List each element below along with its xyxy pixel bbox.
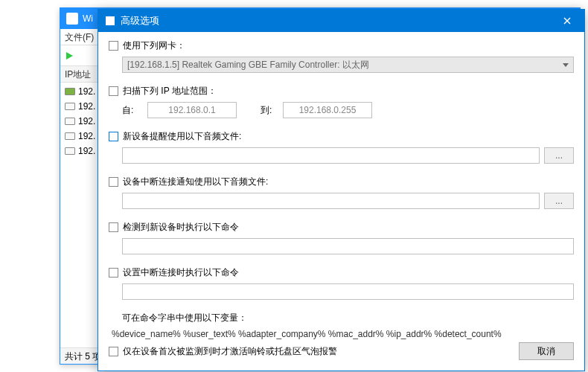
app-icon [66,13,78,25]
browse-button[interactable]: ... [544,193,574,209]
disconnect-cmd-input[interactable] [122,283,574,300]
device-icon [65,118,75,125]
disconnect-audio-label: 设备中断连接通知使用以下音频文件: [123,176,268,188]
disconnect-cmd-checkbox[interactable] [109,268,118,278]
play-icon[interactable] [66,52,73,60]
chevron-down-icon [563,63,569,67]
dialog-icon [106,16,115,25]
browse-button[interactable]: ... [544,147,574,164]
dialog-body: 使用下列网卡： [192.168.1.5] Realtek Gaming GBE… [98,32,584,371]
to-ip-input[interactable]: 192.168.0.255 [283,102,372,118]
use-adapter-label: 使用下列网卡： [123,39,185,52]
vars-label: 可在命令字串中使用以下变量： [109,312,574,324]
from-label: 自: [122,104,143,117]
cancel-button[interactable]: 取消 [519,342,574,360]
use-adapter-checkbox[interactable] [109,41,118,51]
device-icon [65,103,75,110]
new-device-cmd-checkbox[interactable] [109,222,118,232]
first-detect-checkbox[interactable] [109,347,118,356]
scan-range-checkbox[interactable] [109,86,118,96]
adapter-select[interactable]: [192.168.1.5] Realtek Gaming GBE Family … [122,57,574,73]
vars-text: %device_name% %user_text% %adapter_compa… [109,327,574,341]
adapter-value: [192.168.1.5] Realtek Gaming GBE Family … [127,59,369,71]
dialog-close-button[interactable] [550,10,584,32]
from-ip-input[interactable]: 192.168.0.1 [147,102,237,118]
device-icon [65,147,75,155]
first-detect-label: 仅在设备首次被监测到时才激活响铃或托盘区气泡报警 [123,345,337,358]
disconnect-audio-checkbox[interactable] [109,177,118,187]
device-icon [65,132,75,140]
scan-range-label: 扫描下列 IP 地址范围： [123,85,217,97]
disconnect-audio-input[interactable] [122,193,540,209]
new-device-cmd-input[interactable] [122,238,574,254]
to-label: 到: [261,104,278,117]
dialog-titlebar: 高级选项 [98,10,584,32]
new-device-cmd-label: 检测到新设备时执行以下命令 [123,221,239,234]
disconnect-cmd-label: 设置中断连接时执行以下命令 [123,266,239,279]
new-device-audio-checkbox[interactable] [109,132,118,141]
device-icon [65,88,75,95]
new-device-audio-label: 新设备提醒使用以下音频文件: [123,130,241,143]
dialog-title: 高级选项 [121,14,550,28]
advanced-options-dialog: 高级选项 使用下列网卡： [192.168.1.5] Realtek Gamin… [98,9,585,371]
new-device-audio-input[interactable] [122,147,540,164]
